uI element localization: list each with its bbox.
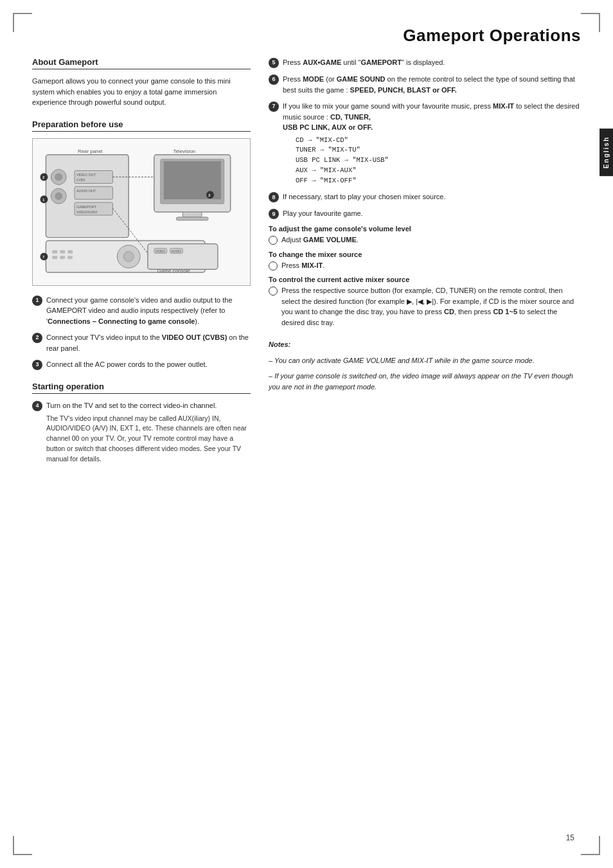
starting-operation-section: Starting operation 4 Turn on the TV and …	[32, 382, 251, 464]
list-item-3-text: Connect all the AC power cords to the po…	[46, 359, 208, 370]
control-mixer-bullet: Press the respective source button (for …	[269, 285, 581, 328]
svg-rect-28	[52, 250, 57, 253]
change-mixer-text: Press MIX-IT.	[281, 260, 324, 271]
corner-br	[581, 836, 600, 855]
about-gameport-body: Gameport allows you to connect your game…	[32, 76, 251, 108]
svg-text:Rear panel: Rear panel	[78, 148, 103, 154]
about-gameport-heading: About Gameport	[32, 57, 251, 69]
svg-rect-37	[148, 244, 218, 269]
svg-text:Game console: Game console	[157, 268, 191, 274]
corner-tl	[13, 13, 32, 32]
svg-text:VIDEO: VIDEO	[155, 250, 166, 253]
adjust-volume-heading: To adjust the game console's volume leve…	[269, 225, 581, 233]
control-mixer-text: Press the respective source button (for …	[281, 285, 581, 328]
corner-tr	[581, 13, 600, 32]
svg-text:CVBS: CVBS	[76, 179, 85, 182]
svg-text:VIDEO OUT: VIDEO OUT	[76, 172, 96, 176]
change-mixer-heading: To change the mixer source	[269, 251, 581, 258]
preparation-heading: Preparation before use	[32, 120, 251, 132]
left-column: About Gameport Gameport allows you to co…	[32, 57, 251, 475]
num-badge-5: 5	[269, 58, 279, 68]
svg-text:AUDIO: AUDIO	[172, 250, 182, 253]
starting-operation-heading: Starting operation	[32, 382, 251, 394]
num-badge-4: 4	[32, 401, 42, 411]
svg-rect-32	[60, 256, 65, 259]
num-badge-6: 6	[269, 75, 279, 85]
list-item-7: 7 If you like to mix your game sound wit…	[269, 101, 581, 186]
list-item-2: 2 Connect your TV's video input to the V…	[32, 332, 251, 353]
page-title: Gameport Operations	[32, 26, 581, 46]
svg-text:GAMEPORT: GAMEPORT	[76, 205, 97, 209]
bullet-icon-1	[269, 236, 278, 245]
list-item-9: 9 Play your favourite game.	[269, 208, 581, 219]
svg-rect-31	[52, 256, 57, 259]
list-item-4-text: Turn on the TV and set to the correct vi…	[46, 400, 251, 464]
svg-text:Television: Television	[173, 148, 196, 154]
notes-section: Notes: – You can only activate GAME VOLU…	[269, 339, 581, 392]
diagram: Rear panel Television VIDEO OUT CVBS	[32, 138, 251, 286]
preparation-section: Preparation before use Rear panel Televi…	[32, 120, 251, 371]
list-item-4: 4 Turn on the TV and set to the correct …	[32, 400, 251, 464]
english-tab: English	[600, 128, 613, 176]
svg-point-27	[123, 251, 134, 261]
svg-rect-23	[176, 217, 208, 220]
bullet-icon-3	[269, 287, 278, 296]
adjust-volume-text: Adjust GAME VOLUME.	[281, 235, 359, 245]
page-number: 15	[566, 833, 574, 842]
list-item-3: 3 Connect all the AC power cords to the …	[32, 359, 251, 370]
num-badge-2: 2	[32, 333, 42, 343]
list-item-8: 8 If necessary, start to play your chose…	[269, 191, 581, 202]
svg-text:VIDEO/AUDIO: VIDEO/AUDIO	[76, 210, 98, 213]
list-item-9-text: Play your favourite game.	[283, 208, 363, 219]
corner-bl	[13, 836, 32, 855]
num-badge-1: 1	[32, 296, 42, 306]
list-item-5: 5 Press AUX•GAME until "GAMEPORT" is dis…	[269, 57, 581, 68]
svg-rect-33	[67, 256, 73, 259]
list-item-1: 1 Connect your game console's video and …	[32, 295, 251, 327]
num-badge-7: 7	[269, 102, 279, 112]
svg-rect-29	[60, 250, 65, 253]
control-mixer-heading: To control the current active mixer sour…	[269, 276, 581, 283]
right-column: 5 Press AUX•GAME until "GAMEPORT" is dis…	[269, 57, 581, 475]
diagram-svg: Rear panel Television VIDEO OUT CVBS	[39, 145, 244, 279]
svg-point-4	[55, 173, 62, 181]
num-badge-9: 9	[269, 209, 279, 219]
main-layout: About Gameport Gameport allows you to co…	[32, 57, 581, 475]
svg-point-6	[55, 192, 62, 200]
list-item-1-text: Connect your game console's video and au…	[46, 295, 251, 327]
adjust-volume-bullet: Adjust GAME VOLUME.	[269, 235, 581, 245]
list-item-6-text: Press MODE (or GAME SOUND on the remote …	[283, 74, 581, 95]
num-badge-8: 8	[269, 192, 279, 202]
list-item-7-text: If you like to mix your game sound with …	[283, 101, 581, 186]
list-item-2-text: Connect your TV's video input to the VID…	[46, 332, 251, 353]
page-wrapper: English Gameport Operations About Gamepo…	[0, 0, 613, 868]
list-item-5-text: Press AUX•GAME until "GAMEPORT" is displ…	[283, 57, 445, 68]
list-item-8-text: If necessary, start to play your chosen …	[283, 191, 446, 202]
about-gameport-section: About Gameport Gameport allows you to co…	[32, 57, 251, 108]
svg-rect-22	[182, 212, 202, 217]
list-item-6: 6 Press MODE (or GAME SOUND on the remot…	[269, 74, 581, 95]
num-badge-3: 3	[32, 360, 42, 370]
svg-text:AUDIO OUT: AUDIO OUT	[76, 189, 96, 193]
change-mixer-bullet: Press MIX-IT.	[269, 260, 581, 271]
svg-rect-30	[67, 250, 73, 253]
bullet-icon-2	[269, 261, 278, 270]
